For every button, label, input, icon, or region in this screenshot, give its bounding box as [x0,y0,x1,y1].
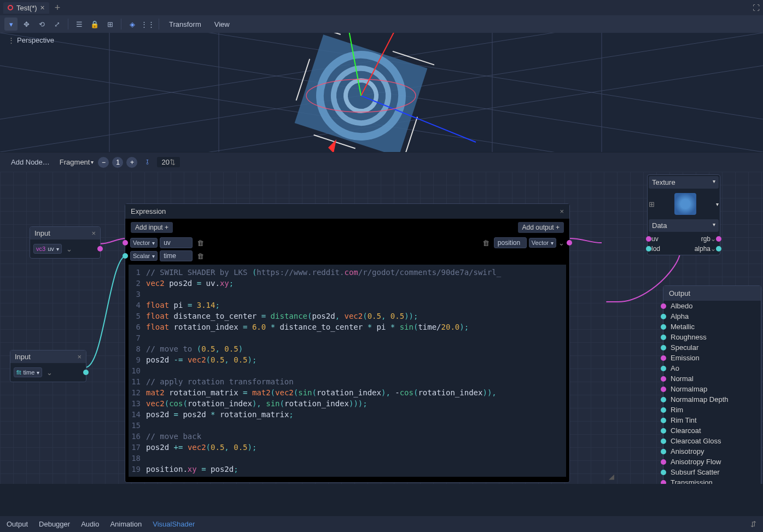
input-port[interactable] [661,459,666,465]
chain-icon[interactable]: ⌄ [710,235,716,243]
input-port[interactable] [123,240,128,245]
scale-tool-icon[interactable]: ⤢ [50,17,63,31]
code-line[interactable]: 11// apply rotation transformation [129,376,566,387]
input-port[interactable] [661,303,666,309]
code-line[interactable]: 2vec2 pos2d = uv.xy; [129,278,566,289]
spinner-icon[interactable]: ⇅ [170,158,176,166]
port-type-dropdown[interactable]: Scalar ▾ [130,251,158,261]
input-port[interactable] [646,246,651,252]
code-line[interactable]: 17pos2d += vec2(0.5, 0.5); [129,442,566,453]
expression-node[interactable]: Expression × Add input + Add output + Ve… [125,203,570,483]
input-port[interactable] [661,324,666,330]
bottom-tab-visualshader[interactable]: VisualShader [153,520,195,528]
lock-icon[interactable]: 🔒 [88,17,101,31]
code-line[interactable]: 14pos2d = pos2d * rotation_matrix; [129,409,566,420]
input-port[interactable] [661,449,666,454]
output-port[interactable] [97,246,103,252]
input-type-dropdown[interactable]: flt time ▾ [14,367,42,377]
input-port[interactable] [661,335,666,340]
shader-stage-dropdown[interactable]: Fragment ▾ [60,158,94,166]
input-port[interactable] [123,253,128,259]
zoom-value[interactable]: 20 ⇅ [157,157,179,167]
local-space-icon[interactable]: ◈ [126,17,139,31]
group-icon[interactable]: ⊞ [103,17,117,31]
input-port[interactable] [661,439,666,444]
texture-browse-icon[interactable]: ⊞ [649,200,655,208]
zoom-reset-button[interactable]: 1 [112,157,123,168]
code-line[interactable]: 12mat2 rotation_matrix = mat2(vec2(sin(r… [129,387,566,398]
add-node-button[interactable]: Add Node… [5,156,55,168]
output-port[interactable] [716,246,721,252]
trash-icon[interactable]: 🗑 [195,239,206,247]
code-line[interactable]: 8// move to (0.5, 0.5) [129,343,566,354]
texture-node[interactable]: Texture▾ ⊞ ▾ Data▾ uv rgb ⌄ lod alpha ⌄ [647,174,720,255]
close-icon[interactable]: × [560,207,564,215]
input-port[interactable] [646,236,651,242]
code-line[interactable]: 7 [129,332,566,343]
perspective-dropdown[interactable]: ⋮ Perspective [8,36,54,44]
chevron-down-icon[interactable]: ▾ [716,201,719,207]
expand-panel-icon[interactable]: ⇵ [750,520,756,528]
code-line[interactable]: 15 [129,420,566,431]
bottom-tab-output[interactable]: Output [7,520,28,528]
code-line[interactable]: 3 [129,289,566,300]
code-line[interactable]: 1// SWIRL SHADER by LKS (https://www.red… [129,267,566,278]
bottom-tab-debugger[interactable]: Debugger [39,520,70,528]
chain-icon[interactable]: ⌄ [558,239,564,247]
close-icon[interactable]: × [40,4,45,11]
code-line[interactable]: 4float pi = 3.14; [129,300,566,311]
fullscreen-icon[interactable]: ⛶ [753,4,760,12]
port-name-input[interactable]: position [494,237,527,248]
list-select-icon[interactable]: ☰ [73,17,86,31]
close-icon[interactable]: × [91,229,96,237]
snap-icon[interactable]: ⋮⋮ [141,17,154,31]
transform-menu[interactable]: Transform [164,20,207,28]
select-tool-icon[interactable]: ▾ [4,17,18,31]
zoom-in-button[interactable]: + [126,157,137,168]
trash-icon[interactable]: 🗑 [195,252,206,260]
code-editor[interactable]: 1// SWIRL SHADER by LKS (https://www.red… [129,265,566,477]
input-port[interactable] [661,480,666,484]
add-tab-icon[interactable]: + [55,2,61,14]
add-output-button[interactable]: Add output + [518,222,564,233]
port-type-dropdown[interactable]: Vector ▾ [529,238,556,248]
snap-grid-icon[interactable]: ⫱ [141,156,154,169]
texture-data-dropdown[interactable]: Data▾ [649,219,719,232]
input-port[interactable] [661,418,666,423]
port-type-dropdown[interactable]: Vector ▾ [130,238,158,248]
input-port[interactable] [661,428,666,434]
close-icon[interactable]: × [77,353,81,361]
add-input-button[interactable]: Add input + [131,222,173,233]
code-line[interactable]: 13 vec2(cos(rotation_index), sin(rotatio… [129,398,566,409]
code-line[interactable]: 10 [129,365,566,376]
trash-icon[interactable]: 🗑 [480,239,492,247]
input-port[interactable] [661,407,666,413]
viewport-3d[interactable]: ⋮ Perspective [0,33,763,152]
move-tool-icon[interactable]: ✥ [20,17,33,31]
view-menu[interactable]: View [209,20,235,28]
chain-icon[interactable]: ⌄ [66,245,72,253]
zoom-out-button[interactable]: − [98,157,109,168]
texture-thumbnail[interactable] [674,193,696,215]
rotate-tool-icon[interactable]: ⟲ [35,17,48,31]
port-name-input[interactable]: time [160,250,193,261]
input-port[interactable] [661,470,666,475]
input-port[interactable] [661,397,666,402]
code-line[interactable]: 6float rotation_index = 6.0 * distance_t… [129,321,566,332]
code-line[interactable]: 16// move back [129,431,566,442]
code-line[interactable]: 5float distance_to_center = distance(pos… [129,311,566,321]
port-name-input[interactable]: uv [160,237,193,248]
texture-type-dropdown[interactable]: Texture▾ [649,176,719,189]
output-port[interactable] [567,240,572,245]
input-time-node[interactable]: Input × flt time ▾ ⌄ [10,350,86,382]
input-port[interactable] [661,314,666,319]
output-port[interactable] [716,236,721,242]
resize-handle-icon[interactable]: ◢ [609,472,614,481]
file-tab[interactable]: Test(*) × [3,2,49,14]
input-port[interactable] [661,366,666,371]
bottom-tab-animation[interactable]: Animation [110,520,142,528]
shader-graph[interactable]: Input × vc3 uv ▾ ⌄ Input × flt time ▾ ⌄ [0,172,763,484]
input-port[interactable] [661,387,666,392]
output-node[interactable]: Output AlbedoAlphaMetallicRoughnessSpecu… [663,285,761,484]
code-line[interactable]: 18 [129,453,566,464]
